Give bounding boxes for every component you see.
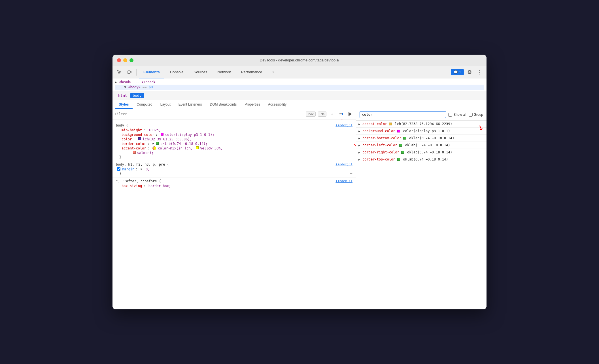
tab-properties[interactable]: Properties [241,100,264,109]
show-all-checkbox[interactable] [448,113,452,117]
computed-filter-input[interactable] [360,111,446,118]
property-background-color: background-color : color(display-p3 1 0 … [116,132,352,137]
tab-performance[interactable]: Performance [237,66,267,78]
rule-source-2[interactable]: (index):1 [335,162,352,166]
accent-color-computed-swatch[interactable] [389,123,392,125]
computed-item-background-color: ▶ background-color color(display-p3 1 0 … [356,128,487,135]
add-style-button[interactable]: + [329,111,335,117]
bg-color-computed-swatch[interactable] [397,130,400,132]
dom-body-line[interactable]: ··· ▼ <body> == $0 [115,85,484,90]
computed-item-header-border-bottom[interactable]: ▶ border-bottom-color oklab(0.74 −0.18 0… [356,135,487,142]
computed-item-header-border-right[interactable]: ▶ border-right-color oklab(0.74 −0.18 0.… [356,149,487,156]
tab-more[interactable]: » [268,66,279,78]
hov-button[interactable]: :hov [306,112,316,117]
top-toolbar: Elements Console Sources Network Perform… [112,66,487,78]
computed-filter-bar: Show all Group [356,109,487,121]
tab-computed[interactable]: Computed [133,100,156,109]
svg-rect-1 [130,71,131,73]
property-box-sizing: box-sizing : border-box; [116,184,352,188]
cls-button[interactable]: .cls [318,112,327,117]
more-options-button[interactable]: ⋮ [475,68,484,77]
rule-source-3[interactable]: (index):1 [335,179,352,183]
svg-marker-6 [349,112,352,116]
rule-close-brace-2: } [116,172,352,175]
margin-expand[interactable]: ▶ [141,167,143,170]
tag-body[interactable]: body [130,93,144,98]
border-bottom-swatch[interactable] [403,137,406,140]
expand-arrow-border-bottom[interactable]: ▶ [358,137,361,140]
new-style-rule-button[interactable] [338,111,345,117]
tab-network[interactable]: Network [213,66,235,78]
computed-item-header-accent[interactable]: ▶ accent-color lch(82.7238 75.1294 66.22… [356,121,487,127]
computed-item-accent-color: ▶ accent-color lch(82.7238 75.1294 66.22… [356,121,487,128]
toggle-breakpoints-button[interactable] [347,111,354,117]
tab-event-listeners[interactable]: Event Listeners [175,100,206,109]
property-border-color: border-color : ▶ oklab(0.74 −0.18 0.14);… [116,142,352,146]
window-title: DevTools - developer.chrome.com/tags/dev… [260,58,339,62]
svg-rect-5 [342,113,343,115]
border-left-swatch[interactable] [399,144,402,147]
yellow-swatch[interactable] [196,146,199,149]
devtools-window: DevTools - developer.chrome.com/tags/dev… [112,55,487,309]
computed-item-border-left: ▶ border-left-color oklab(0.74 −0.18 0.1… [356,142,487,149]
close-button[interactable] [117,58,121,62]
filter-input[interactable] [115,112,303,116]
tag-html[interactable]: html [116,93,129,98]
toolbar-divider [136,69,137,76]
expand-arrow-border-right[interactable]: ▶ [358,151,361,154]
group-label[interactable]: Group [469,113,483,117]
svg-rect-0 [128,71,130,74]
computed-list: ▶ accent-color lch(82.7238 75.1294 66.22… [356,121,487,309]
expand-arrow-border-top[interactable]: ▶ [358,158,361,161]
rule-selector-3: *, ::after, ::before { [116,179,161,183]
computed-item-header-border-left[interactable]: ▶ border-left-color oklab(0.74 −0.18 0.1… [356,142,487,149]
notification-button[interactable]: 💬 1 [451,69,464,75]
annotation-arrow-1: ↙ [353,140,356,149]
inspect-element-button[interactable] [115,68,124,77]
expand-arrow-accent[interactable]: ▶ [358,123,361,126]
rule-header: body { (index):1 [116,123,352,127]
dom-tree: ▶ <head> ··· </head> ··· ▼ <body> == $0 [112,78,487,91]
main-content: :hov .cls + [112,109,487,309]
tab-sources[interactable]: Sources [189,66,212,78]
rule-selector: body { [116,123,128,127]
rule-source[interactable]: (index):1 [335,123,352,127]
show-all-label[interactable]: Show all [448,113,466,117]
border-top-swatch[interactable] [397,158,400,161]
property-min-height: min-height : 100vh; [116,128,352,132]
border-right-swatch[interactable] [401,151,404,154]
tab-styles[interactable]: Styles [115,100,133,109]
tab-accessibility[interactable]: Accessibility [264,100,290,109]
group-checkbox[interactable] [469,113,473,117]
property-accent-color: accent-color : color-mix(in lch, yellow … [116,146,352,151]
maximize-button[interactable] [129,58,133,62]
background-color-swatch[interactable] [161,133,163,136]
minimize-button[interactable] [123,58,127,62]
tab-layout[interactable]: Layout [156,100,175,109]
computed-item-header-bg[interactable]: ▶ background-color color(display-p3 1 0 … [356,128,487,134]
computed-item-border-right: ▶ border-right-color oklab(0.74 −0.18 0.… [356,149,487,156]
computed-panel: Show all Group ▶ accent-color [356,109,487,309]
color-swatch[interactable] [138,137,141,140]
margin-checkbox[interactable] [117,167,120,171]
border-color-swatch[interactable] [156,142,159,145]
device-toggle-button[interactable] [125,68,134,77]
property-color: color : lch(32.39 61.25 308.86); [116,137,352,142]
computed-item-border-top: ▶ border-top-color oklab(0.74 −0.18 0.14… [356,156,487,163]
svg-rect-3 [339,114,342,114]
rule-close-brace: } [116,155,352,159]
tab-dom-breakpoints[interactable]: DOM Breakpoints [206,100,241,109]
expand-arrow-bg[interactable]: ▶ [358,130,361,133]
tab-console[interactable]: Console [165,66,188,78]
computed-item-header-border-top[interactable]: ▶ border-top-color oklab(0.74 −0.18 0.14… [356,156,487,163]
tab-elements[interactable]: Elements [139,66,164,78]
titlebar: DevTools - developer.chrome.com/tags/dev… [112,55,487,66]
add-property-button[interactable]: + [350,171,352,176]
border-color-expand[interactable]: ▶ [152,142,154,145]
salmon-swatch[interactable] [133,151,136,154]
dom-head-line: ▶ <head> ··· </head> [115,80,484,85]
accent-color-swatch[interactable] [152,146,156,150]
settings-button[interactable]: ⚙ [465,68,474,77]
expand-arrow-border-left[interactable]: ▶ [358,144,361,147]
css-rules: body { (index):1 min-height : 100vh; bac… [112,119,356,309]
